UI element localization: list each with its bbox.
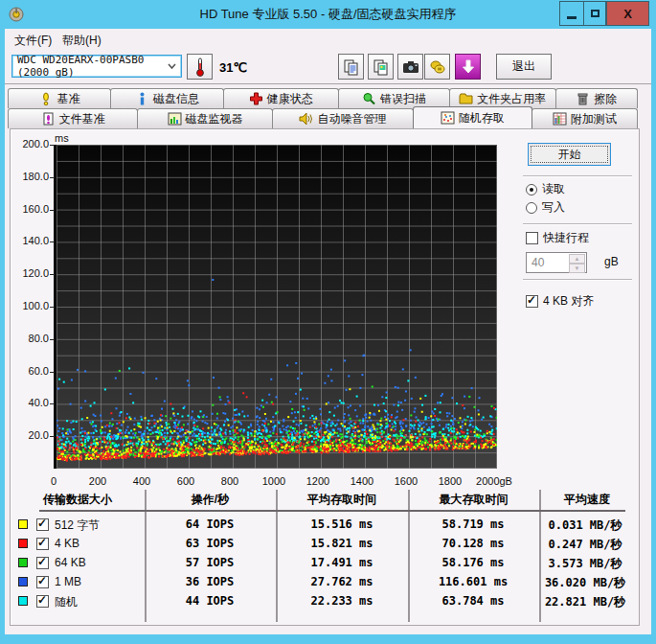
series-swatch [18,539,28,548]
series-checkbox[interactable] [36,518,49,531]
copy-image-button[interactable] [368,54,394,80]
tab-disk-info[interactable]: 磁盘信息 [110,88,223,108]
scatter-plot [54,145,497,469]
trash-icon [576,92,590,105]
screenshot-button[interactable] [397,54,423,80]
tab-health[interactable]: 健康状态 [223,88,339,108]
copy-text-button[interactable] [338,54,364,80]
stepper-up-button[interactable]: ▲ [569,254,585,264]
tab-random-access[interactable]: 随机存取 [413,106,532,128]
update-button[interactable] [455,54,481,80]
write-radio[interactable]: 写入 [526,199,565,216]
menu-file[interactable]: 文件(F) [11,33,56,49]
align-checkbox[interactable]: 4 KB 对齐 [526,293,594,310]
table-row: 1 MB 36 IOPS 27.762 ms 116.601 ms 36.020… [11,574,639,591]
series-checkbox[interactable] [36,538,49,550]
shortstroke-checkbox[interactable]: 快捷行程 [526,230,589,246]
table-row: 随机 44 IOPS 22.233 ms 63.784 ms 22.821 MB… [11,593,639,610]
title-bar[interactable]: HD Tune 专业版 5.50 - 硬盘/固态硬盘实用程序 X [0,0,656,29]
minimize-button[interactable] [559,1,584,26]
series-swatch [18,596,28,606]
grid-chart-icon [553,112,567,126]
checkbox-icon [526,232,538,244]
table-row: 4 KB 63 IOPS 15.821 ms 70.128 ms 0.247 M… [11,536,639,553]
drive-select-value: WDC WD20EARX-00PASB0 (2000 gB) [17,54,181,79]
y-axis-unit: ms [55,132,69,144]
gold-coins-icon [429,59,446,75]
toolbar: WDC WD20EARX-00PASB0 (2000 gB) 31℃ [5,50,651,84]
random-access-page: ms 200.0180.0160.0140.0120.0100.080.060.… [10,128,640,626]
radio-icon [526,202,537,214]
separator [523,279,632,281]
tab-row-1: 基准 磁盘信息 健康状态 错误扫描 文件夹占用率 擦除 [8,88,637,108]
maximize-icon [591,10,599,17]
close-icon: X [623,7,632,21]
col-header-avg: 平均存取时间 [276,492,408,508]
close-button[interactable]: X [606,1,649,26]
separator [523,175,632,177]
stepper-down-button[interactable]: ▼ [569,264,585,273]
hdtune-window: HD Tune 专业版 5.50 - 硬盘/固态硬盘实用程序 X 文件(F) 帮… [0,0,656,644]
series-swatch [18,519,28,529]
series-checkbox[interactable] [36,576,49,588]
download-icon [462,59,475,75]
copy-text-icon [343,58,360,76]
menu-help[interactable]: 帮助(H) [58,33,105,49]
temperature-button[interactable] [187,54,213,80]
minimize-icon [567,16,577,19]
radio-icon [526,184,537,196]
stepper-value: 40 [532,256,544,269]
bar-chart-icon [168,112,182,126]
separator [523,223,632,225]
tab-benchmark[interactable]: 基准 [8,88,111,108]
folder-icon [459,92,473,105]
tab-disk-monitor[interactable]: 磁盘监视器 [137,108,272,128]
scatter-canvas [57,145,497,469]
shortstroke-size-stepper[interactable]: 40 ▲ ▼ [526,252,587,273]
read-radio[interactable]: 读取 [526,181,565,197]
stepper-unit-label: gB [604,255,619,268]
thermometer-icon [195,58,205,77]
maximize-button[interactable] [583,1,606,26]
temperature-value: 31℃ [219,60,247,75]
exclamation-icon [39,92,54,105]
drive-select[interactable]: WDC WD20EARX-00PASB0 (2000 gB) [11,55,182,78]
health-cross-icon [249,92,263,105]
col-header-max: 最大存取时间 [408,492,539,508]
tab-row-2: 文件基准 磁盘监视器 自动噪音管理 随机存取 附加测试 [8,108,637,128]
copy-image-icon [373,58,390,76]
register-button[interactable] [424,54,450,80]
exit-button[interactable]: 退出 [496,54,552,80]
scatter-icon [441,111,455,125]
col-header-ops: 操作/秒 [145,492,276,508]
tab-folder-usage[interactable]: 文件夹占用率 [449,88,555,108]
series-checkbox[interactable] [36,557,49,569]
tab-aam[interactable]: 自动噪音管理 [272,108,414,128]
client-area: 文件(F) 帮助(H) WDC WD20EARX-00PASB0 (2000 g… [5,29,651,634]
series-checkbox[interactable] [36,595,49,608]
tab-extra-tests[interactable]: 附加测试 [532,108,639,128]
window-title: HD Tune 专业版 5.50 - 硬盘/固态硬盘实用程序 [0,6,656,23]
tab-error-scan[interactable]: 错误扫描 [338,88,450,108]
header-underline [39,510,625,512]
series-swatch [18,558,28,567]
col-header-speed: 平均速度 [539,492,635,508]
menu-bar: 文件(F) 帮助(H) [5,29,651,50]
checkbox-icon [526,295,538,308]
col-header-size: 传输数据大小 [11,492,145,508]
table-row: 64 KB 57 IOPS 17.491 ms 58.176 ms 3.573 … [11,555,639,572]
magnifier-icon [362,92,376,105]
series-swatch [18,577,28,586]
info-icon [135,92,149,105]
focus-rect [531,146,608,163]
camera-icon [402,60,419,74]
tab-erase[interactable]: 擦除 [555,88,638,108]
file-exclamation-icon [41,112,56,126]
chevron-down-icon [168,63,176,69]
start-button[interactable]: 开始 [528,143,611,166]
tab-file-benchmark[interactable]: 文件基准 [8,108,138,128]
speaker-icon [299,112,313,126]
table-row: 512 字节 64 IOPS 15.516 ms 58.719 ms 0.031… [11,517,639,534]
